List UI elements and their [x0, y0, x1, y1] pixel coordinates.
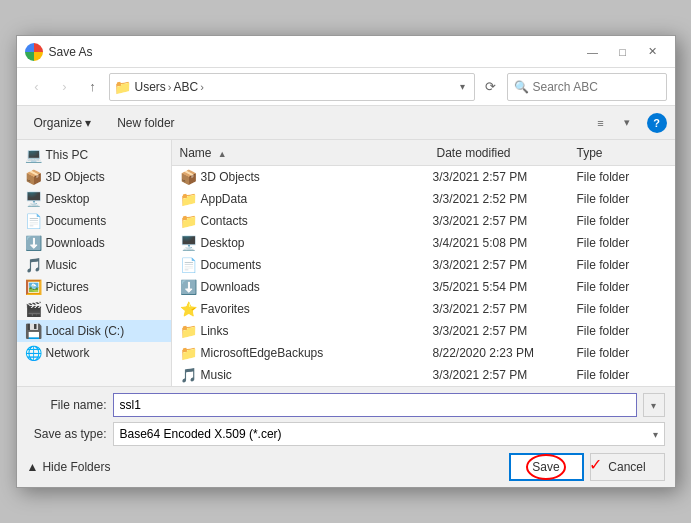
refresh-button[interactable]: ⟳ [479, 75, 503, 99]
sidebar-item-music[interactable]: 🎵 Music [17, 254, 171, 276]
file-row[interactable]: 📄 Documents 3/3/2021 2:57 PM File folder [172, 254, 675, 276]
forward-button[interactable]: › [53, 75, 77, 99]
file-type: File folder [577, 170, 667, 184]
cancel-button[interactable]: Cancel [590, 453, 665, 481]
file-date: 3/5/2021 5:54 PM [433, 280, 573, 294]
file-type: File folder [577, 368, 667, 382]
breadcrumb: Users › ABC › [135, 80, 452, 94]
file-name: Links [201, 324, 429, 338]
search-box[interactable]: 🔍 [507, 73, 667, 101]
column-type[interactable]: Type [577, 146, 667, 160]
organize-label: Organize [34, 116, 83, 130]
close-button[interactable]: ✕ [639, 41, 667, 63]
documents-label: Documents [46, 214, 107, 228]
pictures-label: Pictures [46, 280, 89, 294]
file-row[interactable]: 🖥️ Desktop 3/4/2021 5:08 PM File folder [172, 232, 675, 254]
help-button[interactable]: ? [647, 113, 667, 133]
file-name-input[interactable] [113, 393, 637, 417]
sort-arrow-icon: ▲ [218, 149, 227, 159]
sidebar-item-downloads[interactable]: ⬇️ Downloads [17, 232, 171, 254]
file-date: 3/3/2021 2:57 PM [433, 324, 573, 338]
file-date: 3/4/2021 5:08 PM [433, 236, 573, 250]
file-date: 3/3/2021 2:57 PM [433, 170, 573, 184]
organize-arrow-icon: ▾ [85, 116, 91, 130]
sidebar-item-3d-objects[interactable]: 📦 3D Objects [17, 166, 171, 188]
file-row[interactable]: ⬇️ Downloads 3/5/2021 5:54 PM File folde… [172, 276, 675, 298]
name-col-label: Name [180, 146, 212, 160]
address-dropdown-button[interactable]: ▾ [456, 77, 470, 97]
save-type-dropdown[interactable]: Base64 Encoded X.509 (*.cer) ▾ [113, 422, 665, 446]
file-name: Contacts [201, 214, 429, 228]
new-folder-button[interactable]: New folder [108, 110, 183, 136]
file-row[interactable]: 🎵 Music 3/3/2021 2:57 PM File folder [172, 364, 675, 386]
dialog-buttons: Save ✓ Cancel [509, 453, 665, 481]
file-type: File folder [577, 214, 667, 228]
desktop-label: Desktop [46, 192, 90, 206]
sidebar-item-videos[interactable]: 🎬 Videos [17, 298, 171, 320]
file-icon: 🎵 [180, 367, 197, 383]
dialog-title: Save As [49, 45, 93, 59]
view-list-button[interactable]: ≡ [589, 111, 613, 135]
file-list-header: Name ▲ Date modified Type [172, 140, 675, 166]
file-row[interactable]: 📁 Contacts 3/3/2021 2:57 PM File folder [172, 210, 675, 232]
file-name: Desktop [201, 236, 429, 250]
sidebar-item-network[interactable]: 🌐 Network [17, 342, 171, 364]
back-button[interactable]: ‹ [25, 75, 49, 99]
new-folder-label: New folder [117, 116, 174, 130]
file-icon: 📁 [180, 323, 197, 339]
file-name: Downloads [201, 280, 429, 294]
file-type: File folder [577, 346, 667, 360]
pictures-icon: 🖼️ [25, 279, 42, 295]
save-button[interactable]: Save [509, 453, 584, 481]
sidebar-item-this-pc[interactable]: 💻 This PC [17, 144, 171, 166]
file-icon: 📁 [180, 191, 197, 207]
organize-button[interactable]: Organize ▾ [25, 110, 101, 136]
file-icon: 📦 [180, 169, 197, 185]
file-row[interactable]: 📁 MicrosoftEdgeBackups 8/22/2020 2:23 PM… [172, 342, 675, 364]
breadcrumb-users[interactable]: Users [135, 80, 166, 94]
downloads-icon: ⬇️ [25, 235, 42, 251]
network-icon: 🌐 [25, 345, 42, 361]
file-row[interactable]: 📦 3D Objects 3/3/2021 2:57 PM File folde… [172, 166, 675, 188]
maximize-button[interactable]: □ [609, 41, 637, 63]
file-name-dropdown-button[interactable]: ▾ [643, 393, 665, 417]
address-bar[interactable]: 📁 Users › ABC › ▾ [109, 73, 475, 101]
search-icon: 🔍 [514, 80, 529, 94]
downloads-label: Downloads [46, 236, 105, 250]
second-toolbar: Organize ▾ New folder ≡ ▾ ? [17, 106, 675, 140]
sidebar-item-documents[interactable]: 📄 Documents [17, 210, 171, 232]
sidebar-item-pictures[interactable]: 🖼️ Pictures [17, 276, 171, 298]
videos-icon: 🎬 [25, 301, 42, 317]
documents-icon: 📄 [25, 213, 42, 229]
view-dropdown-button[interactable]: ▾ [615, 111, 639, 135]
column-date-modified[interactable]: Date modified [437, 146, 577, 160]
title-controls: — □ ✕ [579, 41, 667, 63]
file-type: File folder [577, 324, 667, 338]
minimize-button[interactable]: — [579, 41, 607, 63]
breadcrumb-abc[interactable]: ABC [174, 80, 199, 94]
file-icon: 📄 [180, 257, 197, 273]
file-name: AppData [201, 192, 429, 206]
file-date: 3/3/2021 2:57 PM [433, 302, 573, 316]
file-name: MicrosoftEdgeBackups [201, 346, 429, 360]
file-row[interactable]: ⭐ Favorites 3/3/2021 2:57 PM File folder [172, 298, 675, 320]
up-button[interactable]: ↑ [81, 75, 105, 99]
search-input[interactable] [533, 80, 660, 94]
save-type-row: Save as type: Base64 Encoded X.509 (*.ce… [27, 422, 665, 446]
hide-folders-button[interactable]: ▲ Hide Folders [27, 460, 111, 474]
address-folder-icon: 📁 [114, 79, 131, 95]
file-row[interactable]: 📁 Links 3/3/2021 2:57 PM File folder [172, 320, 675, 342]
desktop-icon: 🖥️ [25, 191, 42, 207]
file-name-label: File name: [27, 398, 107, 412]
file-name-row: File name: ▾ [27, 393, 665, 417]
sidebar-item-local-disk[interactable]: 💾 Local Disk (C:) [17, 320, 171, 342]
file-icon: ⭐ [180, 301, 197, 317]
column-name[interactable]: Name ▲ [180, 146, 437, 160]
file-list: 📦 3D Objects 3/3/2021 2:57 PM File folde… [172, 166, 675, 386]
content-area: 💻 This PC 📦 3D Objects 🖥️ Desktop 📄 Docu… [17, 140, 675, 386]
file-row[interactable]: 📁 AppData 3/3/2021 2:52 PM File folder [172, 188, 675, 210]
view-controls: ≡ ▾ [589, 111, 639, 135]
save-type-value: Base64 Encoded X.509 (*.cer) [120, 427, 282, 441]
3d-objects-label: 3D Objects [46, 170, 105, 184]
sidebar-item-desktop[interactable]: 🖥️ Desktop [17, 188, 171, 210]
